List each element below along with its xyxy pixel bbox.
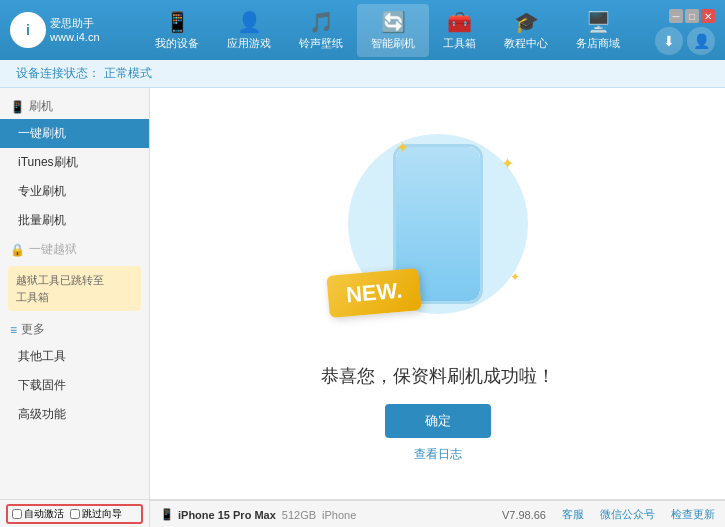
app-icon: 👤 <box>237 10 262 34</box>
sparkle-3: ✦ <box>510 270 520 284</box>
window-controls: ─ □ ✕ <box>669 9 715 23</box>
nav-label-tutorials: 教程中心 <box>504 36 548 51</box>
auto-activate-checkbox[interactable] <box>12 509 22 519</box>
phone-illustration: ✦ ✦ ✦ NEW. <box>338 124 538 344</box>
nav-ringtone[interactable]: 🎵 铃声壁纸 <box>285 4 357 57</box>
device-type: iPhone <box>322 509 356 521</box>
nav-label-device: 我的设备 <box>155 36 199 51</box>
nav-label-app: 应用游戏 <box>227 36 271 51</box>
logo-icon: i <box>10 12 46 48</box>
sidebar-item-pro-flash[interactable]: 专业刷机 <box>0 177 149 206</box>
nav-label-toolbox: 工具箱 <box>443 36 476 51</box>
logo-text: 爱思助手 www.i4.cn <box>50 16 100 45</box>
more-label: 更多 <box>21 321 45 338</box>
bottom-right: V7.98.66 客服 微信公众号 检查更新 <box>502 507 715 522</box>
sidebar-bottom: 自动激活 跳过向导 <box>0 500 150 527</box>
skip-guide-label[interactable]: 跳过向导 <box>70 507 122 521</box>
app-url: www.i4.cn <box>50 30 100 44</box>
flash-section-label: 刷机 <box>29 98 53 115</box>
bottom-bar: 📱 iPhone 15 Pro Max 512GB iPhone V7.98.6… <box>150 500 725 527</box>
nav-service[interactable]: 🖥️ 务店商域 <box>562 4 634 57</box>
nav-tutorials[interactable]: 🎓 教程中心 <box>490 4 562 57</box>
nav-bar: 📱 我的设备 👤 应用游戏 🎵 铃声壁纸 🔄 智能刷机 🧰 工具箱 🎓 教程中心… <box>120 4 655 57</box>
nav-label-flash: 智能刷机 <box>371 36 415 51</box>
device-name: iPhone 15 Pro Max <box>178 509 276 521</box>
nav-label-service: 务店商域 <box>576 36 620 51</box>
header: i 爱思助手 www.i4.cn 📱 我的设备 👤 应用游戏 🎵 铃声壁纸 🔄 … <box>0 0 725 60</box>
nav-my-device[interactable]: 📱 我的设备 <box>141 4 213 57</box>
nav-toolbox[interactable]: 🧰 工具箱 <box>429 4 490 57</box>
wechat-link[interactable]: 微信公众号 <box>600 507 655 522</box>
app-name: 爱思助手 <box>50 16 100 30</box>
sidebar-section-flash: 📱 刷机 <box>0 92 149 119</box>
device-icon-bottom: 📱 <box>160 508 174 521</box>
sparkle-1: ✦ <box>396 138 409 157</box>
nav-smart-flash[interactable]: 🔄 智能刷机 <box>357 4 429 57</box>
version-label: V7.98.66 <box>502 509 546 521</box>
tutorials-icon: 🎓 <box>514 10 539 34</box>
device-storage: 512GB <box>282 509 316 521</box>
toolbox-icon: 🧰 <box>447 10 472 34</box>
sidebar-notice: 越狱工具已跳转至工具箱 <box>8 266 141 311</box>
more-icon: ≡ <box>10 323 17 337</box>
sidebar: 📱 刷机 一键刷机 iTunes刷机 专业刷机 批量刷机 🔒 一键越狱 越狱工具… <box>0 88 150 499</box>
success-title: 恭喜您，保资料刷机成功啦！ <box>321 364 555 388</box>
device-icon: 📱 <box>165 10 190 34</box>
checkbox-device-container: 自动激活 跳过向导 <box>6 504 143 524</box>
sidebar-item-itunes-flash[interactable]: iTunes刷机 <box>0 148 149 177</box>
customer-service-link[interactable]: 客服 <box>562 507 584 522</box>
sidebar-item-download-firmware[interactable]: 下载固件 <box>0 371 149 400</box>
log-link[interactable]: 查看日志 <box>414 446 462 463</box>
bottom-device-area: 自动激活 跳过向导 📱 iPhone 15 Pro Max 512GB iPho… <box>0 499 725 527</box>
minimize-btn[interactable]: ─ <box>669 9 683 23</box>
content-area: ✦ ✦ ✦ NEW. 恭喜您，保资料刷机成功啦！ 确定 查看日志 <box>150 88 725 499</box>
status-prefix: 设备连接状态： <box>16 65 100 82</box>
user-btn[interactable]: 👤 <box>687 27 715 55</box>
flash-section-icon: 📱 <box>10 100 25 114</box>
nav-app-games[interactable]: 👤 应用游戏 <box>213 4 285 57</box>
sidebar-section-jailbreak: 🔒 一键越狱 <box>0 235 149 262</box>
jailbreak-label: 一键越狱 <box>29 241 77 258</box>
maximize-btn[interactable]: □ <box>685 9 699 23</box>
main-layout: 📱 刷机 一键刷机 iTunes刷机 专业刷机 批量刷机 🔒 一键越狱 越狱工具… <box>0 88 725 499</box>
confirm-button[interactable]: 确定 <box>385 404 491 438</box>
sidebar-item-one-click-flash[interactable]: 一键刷机 <box>0 119 149 148</box>
sidebar-item-advanced[interactable]: 高级功能 <box>0 400 149 429</box>
skip-guide-checkbox[interactable] <box>70 509 80 519</box>
sparkle-2: ✦ <box>501 154 514 173</box>
service-icon: 🖥️ <box>586 10 611 34</box>
sidebar-item-batch-flash[interactable]: 批量刷机 <box>0 206 149 235</box>
flash-icon: 🔄 <box>381 10 406 34</box>
sidebar-item-other-tools[interactable]: 其他工具 <box>0 342 149 371</box>
top-status-bar: 设备连接状态： 正常模式 <box>0 60 725 88</box>
logo-area: i 爱思助手 www.i4.cn <box>10 12 120 48</box>
sidebar-section-more: ≡ 更多 <box>0 315 149 342</box>
ringtone-icon: 🎵 <box>309 10 334 34</box>
close-btn[interactable]: ✕ <box>701 9 715 23</box>
auto-activate-label[interactable]: 自动激活 <box>12 507 64 521</box>
status-value: 正常模式 <box>104 65 152 82</box>
download-btn[interactable]: ⬇ <box>655 27 683 55</box>
check-update-link[interactable]: 检查更新 <box>671 507 715 522</box>
new-badge: NEW. <box>326 268 422 318</box>
nav-label-ringtone: 铃声壁纸 <box>299 36 343 51</box>
lock-icon: 🔒 <box>10 243 25 257</box>
